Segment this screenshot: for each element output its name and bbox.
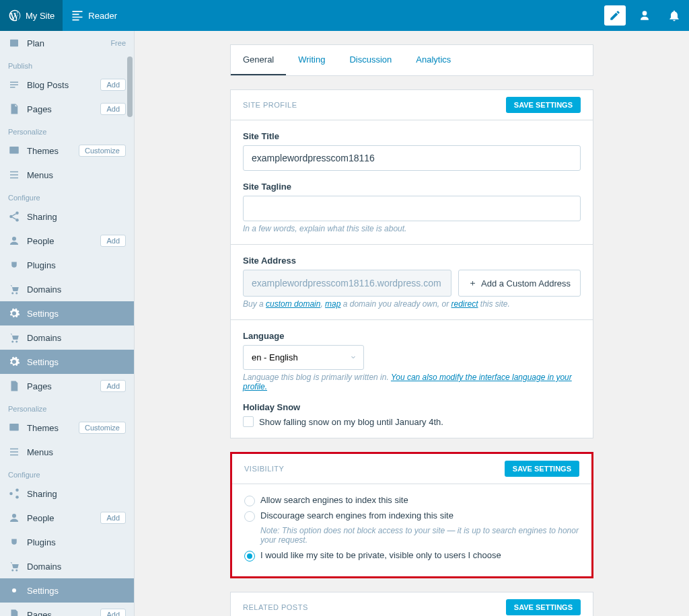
sidebar-sharing-2[interactable]: Sharing — [0, 482, 134, 506]
site-profile-card-3: Language en - English Language this blog… — [230, 320, 593, 438]
sidebar-pages[interactable]: Pages Add — [0, 97, 134, 121]
sidebar-people-2[interactable]: People Add — [0, 506, 134, 530]
svg-rect-1 — [10, 40, 18, 47]
sidebar-heading-personalize-2: Personalize — [0, 398, 134, 416]
sidebar-pages-label-2: Pages — [27, 381, 94, 391]
sidebar-plan-label: Plan — [27, 38, 104, 48]
visibility-discourage-label: Discourage search engines from indexing … — [260, 510, 454, 521]
sidebar-scrollbar[interactable] — [126, 31, 134, 616]
visibility-private-radio[interactable] — [244, 551, 255, 562]
plugins-icon — [8, 259, 20, 271]
sidebar-people-label-2: People — [27, 513, 94, 523]
sidebar-settings-3[interactable]: Settings — [0, 578, 134, 603]
masterbar-mysite[interactable]: My Site — [0, 0, 63, 31]
add-post-button[interactable]: Add — [100, 79, 126, 91]
sidebar-domains-2[interactable]: Domains — [0, 325, 134, 350]
sidebar-sharing[interactable]: Sharing — [0, 204, 134, 229]
svg-point-14 — [15, 496, 19, 499]
svg-point-16 — [11, 570, 13, 572]
redirect-link[interactable]: redirect — [451, 299, 478, 309]
add-custom-address-button[interactable]: ＋Add a Custom Address — [458, 270, 581, 297]
sidebar-blogposts-label: Blog Posts — [27, 80, 94, 90]
add-people-button[interactable]: Add — [100, 235, 126, 247]
plan-icon — [8, 37, 20, 49]
masterbar-mysite-label: My Site — [26, 11, 55, 21]
add-people-button-2[interactable]: Add — [100, 512, 126, 524]
notifications[interactable] — [659, 0, 689, 31]
sidebar-blogposts[interactable]: Blog Posts Add — [0, 73, 134, 97]
save-related-button[interactable]: Save Settings — [506, 599, 581, 615]
sidebar-themes-2[interactable]: Themes Customize — [0, 416, 134, 440]
add-page-button[interactable]: Add — [100, 103, 126, 115]
sidebar-people[interactable]: People Add — [0, 229, 134, 253]
sidebar-settings-2[interactable]: Settings — [0, 350, 134, 374]
language-select[interactable]: en - English — [243, 345, 364, 370]
add-page-button-2[interactable]: Add — [100, 380, 126, 392]
visibility-private-label: I would like my site to be private, visi… — [260, 550, 501, 560]
sidebar-menus-label-2: Menus — [27, 447, 126, 457]
tab-analytics[interactable]: Analytics — [404, 45, 463, 75]
visibility-allow-radio[interactable] — [244, 496, 255, 506]
sidebar-heading-publish: Publish — [0, 55, 134, 73]
menus-icon — [8, 446, 20, 458]
sidebar-settings[interactable]: Settings — [0, 301, 134, 325]
masterbar-reader[interactable]: Reader — [63, 0, 125, 31]
share-icon — [8, 488, 20, 500]
svg-point-13 — [9, 492, 13, 496]
sidebar-sharing-label: Sharing — [27, 212, 126, 222]
holiday-snow-checkbox[interactable] — [243, 416, 254, 427]
masterbar: My Site Reader — [0, 0, 689, 31]
save-visibility-button[interactable]: Save Settings — [505, 461, 579, 477]
tab-discussion[interactable]: Discussion — [337, 45, 404, 75]
sidebar-pages-label: Pages — [27, 104, 94, 114]
sidebar-plan[interactable]: Plan Free — [0, 31, 134, 55]
sidebar-sharing-label-2: Sharing — [27, 489, 126, 499]
holiday-snow-text: Show falling snow on my blog until Janua… — [259, 417, 443, 427]
site-profile-card-1: Site Title Site Tagline In a few words, … — [230, 120, 593, 245]
site-tagline-help: In a few words, explain what this site i… — [243, 224, 581, 233]
tab-general[interactable]: General — [231, 45, 286, 75]
sidebar-domains-3[interactable]: Domains — [0, 554, 134, 578]
avatar[interactable] — [630, 0, 659, 31]
related-posts-title: Related Posts — [243, 603, 308, 611]
tab-writing[interactable]: Writing — [286, 45, 337, 75]
sidebar-themes[interactable]: Themes Customize — [0, 139, 134, 163]
sidebar-plugins[interactable]: Plugins — [0, 253, 134, 277]
gear-icon — [8, 307, 20, 319]
svg-point-15 — [12, 514, 16, 518]
svg-point-0 — [643, 11, 647, 15]
sidebar-heading-configure-2: Configure — [0, 464, 134, 482]
customize-button-2[interactable]: Customize — [79, 422, 126, 434]
add-page-button-3[interactable]: Add — [100, 609, 126, 616]
customize-button[interactable]: Customize — [79, 145, 126, 157]
sidebar-plan-badge: Free — [110, 39, 126, 47]
map-domain-link[interactable]: map — [325, 299, 340, 309]
site-title-label: Site Title — [243, 131, 581, 141]
language-label: Language — [243, 331, 581, 341]
themes-icon — [8, 145, 20, 157]
people-icon — [8, 235, 20, 247]
site-tagline-input[interactable] — [243, 196, 581, 221]
sidebar-domains[interactable]: Domains — [0, 277, 134, 301]
people-icon — [8, 512, 20, 524]
visibility-discourage-radio[interactable] — [244, 511, 255, 522]
sidebar-plugins-2[interactable]: Plugins — [0, 530, 134, 554]
plus-icon: ＋ — [468, 277, 477, 289]
sidebar-pages-2[interactable]: Pages Add — [0, 374, 134, 398]
sidebar-menus-label: Menus — [27, 170, 126, 180]
sidebar-heading-configure: Configure — [0, 187, 134, 204]
reader-icon — [71, 9, 84, 22]
site-address-label: Site Address — [243, 256, 581, 266]
custom-domain-link[interactable]: custom domain — [266, 299, 320, 309]
gear-icon — [8, 356, 20, 368]
save-profile-button[interactable]: Save Settings — [506, 97, 581, 113]
themes-icon — [8, 422, 20, 434]
sidebar-menus-2[interactable]: Menus — [0, 440, 134, 464]
svg-point-7 — [11, 293, 13, 295]
sidebar-menus[interactable]: Menus — [0, 163, 134, 187]
share-icon — [8, 210, 20, 223]
site-title-input[interactable] — [243, 145, 581, 171]
sidebar-pages-3[interactable]: Pages Add — [0, 603, 134, 616]
compose-button[interactable] — [604, 5, 626, 26]
site-address-input — [243, 270, 451, 297]
